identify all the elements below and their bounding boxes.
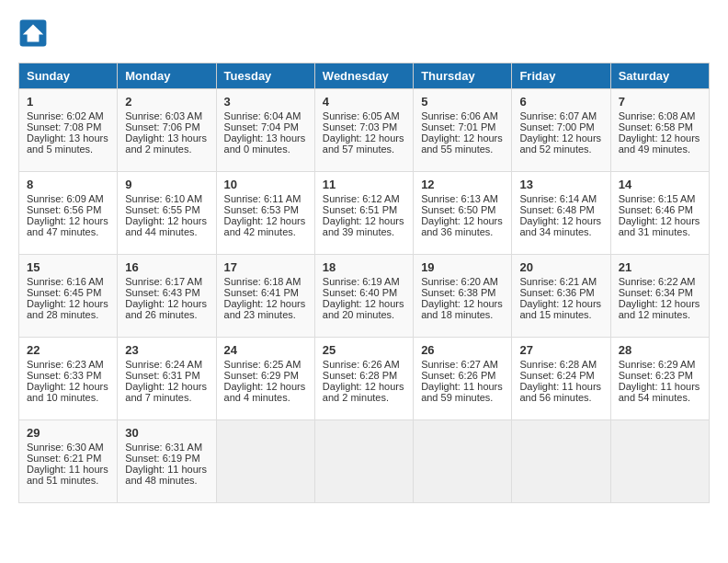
- day-info: Sunset: 6:55 PM: [125, 204, 208, 215]
- day-info: Daylight: 12 hours and 15 minutes.: [519, 298, 602, 320]
- calendar-cell: 12Sunrise: 6:13 AMSunset: 6:50 PMDayligh…: [414, 172, 512, 255]
- day-info: Sunset: 7:00 PM: [519, 121, 602, 132]
- day-number: 21: [619, 260, 701, 274]
- day-number: 3: [224, 95, 307, 109]
- day-number: 29: [27, 426, 109, 440]
- calendar-cell: [314, 420, 413, 503]
- day-info: Sunrise: 6:23 AM: [27, 359, 109, 370]
- day-number: 15: [27, 260, 109, 274]
- day-number: 14: [619, 178, 701, 191]
- day-info: Sunrise: 6:10 AM: [125, 193, 208, 204]
- calendar-cell: 15Sunrise: 6:16 AMSunset: 6:45 PMDayligh…: [19, 255, 118, 338]
- calendar-cell: 16Sunrise: 6:17 AMSunset: 6:43 PMDayligh…: [118, 255, 216, 338]
- calendar-cell: [216, 420, 314, 503]
- calendar-cell: 14Sunrise: 6:15 AMSunset: 6:46 PMDayligh…: [610, 172, 709, 255]
- day-info: Daylight: 12 hours and 31 minutes.: [619, 215, 701, 237]
- day-info: Daylight: 12 hours and 2 minutes.: [323, 381, 405, 403]
- day-info: Daylight: 12 hours and 20 minutes.: [323, 298, 405, 320]
- day-info: Sunset: 7:04 PM: [224, 121, 307, 132]
- day-info: Sunset: 6:29 PM: [224, 370, 307, 381]
- calendar-week-2: 8Sunrise: 6:09 AMSunset: 6:56 PMDaylight…: [19, 172, 710, 255]
- calendar-cell: 25Sunrise: 6:26 AMSunset: 6:28 PMDayligh…: [314, 338, 413, 420]
- day-info: Sunrise: 6:05 AM: [323, 110, 405, 121]
- day-info: Sunset: 6:31 PM: [125, 370, 208, 381]
- calendar-cell: 2Sunrise: 6:03 AMSunset: 7:06 PMDaylight…: [118, 89, 216, 172]
- calendar-cell: 1Sunrise: 6:02 AMSunset: 7:08 PMDaylight…: [19, 89, 118, 172]
- day-info: Sunset: 6:41 PM: [224, 287, 307, 298]
- day-info: Daylight: 12 hours and 28 minutes.: [27, 298, 109, 320]
- day-info: Sunset: 7:01 PM: [421, 121, 504, 132]
- day-info: Sunset: 7:06 PM: [125, 121, 208, 132]
- calendar-cell: 4Sunrise: 6:05 AMSunset: 7:03 PMDaylight…: [314, 89, 413, 172]
- day-info: Sunset: 7:08 PM: [27, 121, 109, 132]
- day-info: Sunrise: 6:07 AM: [519, 110, 602, 121]
- day-number: 2: [125, 95, 208, 109]
- day-number: 20: [519, 260, 602, 274]
- day-number: 22: [27, 343, 109, 357]
- day-info: Sunrise: 6:29 AM: [619, 359, 701, 370]
- day-info: Daylight: 12 hours and 39 minutes.: [323, 215, 405, 237]
- page-header: [18, 18, 710, 48]
- calendar-cell: 18Sunrise: 6:19 AMSunset: 6:40 PMDayligh…: [314, 255, 413, 338]
- day-number: 30: [125, 426, 208, 440]
- day-info: Daylight: 11 hours and 59 minutes.: [421, 381, 504, 403]
- day-info: Sunrise: 6:11 AM: [224, 193, 307, 204]
- calendar-header-row: SundayMondayTuesdayWednesdayThursdayFrid…: [19, 63, 710, 89]
- day-info: Sunset: 6:24 PM: [519, 370, 602, 381]
- day-info: Sunset: 6:28 PM: [323, 370, 405, 381]
- calendar-cell: 6Sunrise: 6:07 AMSunset: 7:00 PMDaylight…: [512, 89, 610, 172]
- day-info: Daylight: 12 hours and 12 minutes.: [619, 298, 701, 320]
- calendar-cell: 17Sunrise: 6:18 AMSunset: 6:41 PMDayligh…: [216, 255, 314, 338]
- calendar-table: SundayMondayTuesdayWednesdayThursdayFrid…: [18, 63, 710, 503]
- day-info: Sunrise: 6:21 AM: [519, 276, 602, 287]
- day-info: Daylight: 12 hours and 34 minutes.: [519, 215, 602, 237]
- calendar-cell: 22Sunrise: 6:23 AMSunset: 6:33 PMDayligh…: [19, 338, 118, 420]
- calendar-cell: 30Sunrise: 6:31 AMSunset: 6:19 PMDayligh…: [118, 420, 216, 503]
- day-info: Sunset: 6:43 PM: [125, 287, 208, 298]
- day-number: 23: [125, 343, 208, 357]
- day-info: Daylight: 11 hours and 51 minutes.: [27, 464, 109, 486]
- day-info: Sunrise: 6:27 AM: [421, 359, 504, 370]
- day-info: Sunset: 6:53 PM: [224, 204, 307, 215]
- day-info: Sunrise: 6:12 AM: [323, 193, 405, 204]
- logo-icon: [18, 18, 48, 48]
- logo: [18, 18, 53, 48]
- calendar-cell: [610, 420, 709, 503]
- day-info: Sunset: 6:50 PM: [421, 204, 504, 215]
- day-info: Sunrise: 6:22 AM: [619, 276, 701, 287]
- calendar-cell: 5Sunrise: 6:06 AMSunset: 7:01 PMDaylight…: [414, 89, 512, 172]
- day-info: Daylight: 12 hours and 49 minutes.: [619, 132, 701, 155]
- day-info: Sunset: 6:33 PM: [27, 370, 109, 381]
- day-header-sunday: Sunday: [19, 63, 118, 89]
- calendar-cell: 19Sunrise: 6:20 AMSunset: 6:38 PMDayligh…: [414, 255, 512, 338]
- calendar-week-5: 29Sunrise: 6:30 AMSunset: 6:21 PMDayligh…: [19, 420, 710, 503]
- day-header-friday: Friday: [512, 63, 610, 89]
- day-info: Sunset: 6:45 PM: [27, 287, 109, 298]
- calendar-cell: 3Sunrise: 6:04 AMSunset: 7:04 PMDaylight…: [216, 89, 314, 172]
- day-header-monday: Monday: [118, 63, 216, 89]
- calendar-cell: 10Sunrise: 6:11 AMSunset: 6:53 PMDayligh…: [216, 172, 314, 255]
- day-info: Sunrise: 6:16 AM: [27, 276, 109, 287]
- day-info: Daylight: 12 hours and 26 minutes.: [125, 298, 208, 320]
- day-info: Sunrise: 6:14 AM: [519, 193, 602, 204]
- day-info: Sunset: 6:48 PM: [519, 204, 602, 215]
- day-number: 10: [224, 178, 307, 191]
- calendar-cell: 23Sunrise: 6:24 AMSunset: 6:31 PMDayligh…: [118, 338, 216, 420]
- day-info: Daylight: 12 hours and 42 minutes.: [224, 215, 307, 237]
- day-number: 26: [421, 343, 504, 357]
- day-info: Sunrise: 6:03 AM: [125, 110, 208, 121]
- day-info: Daylight: 13 hours and 5 minutes.: [27, 132, 109, 155]
- day-number: 11: [323, 178, 405, 191]
- day-number: 4: [323, 95, 405, 109]
- day-info: Sunrise: 6:18 AM: [224, 276, 307, 287]
- day-number: 5: [421, 95, 504, 109]
- day-info: Sunset: 7:03 PM: [323, 121, 405, 132]
- day-info: Sunset: 6:51 PM: [323, 204, 405, 215]
- day-info: Sunset: 6:46 PM: [619, 204, 701, 215]
- day-info: Sunset: 6:21 PM: [27, 453, 109, 464]
- day-info: Sunrise: 6:25 AM: [224, 359, 307, 370]
- day-number: 1: [27, 95, 109, 109]
- day-header-tuesday: Tuesday: [216, 63, 314, 89]
- day-number: 8: [27, 178, 109, 191]
- calendar-week-3: 15Sunrise: 6:16 AMSunset: 6:45 PMDayligh…: [19, 255, 710, 338]
